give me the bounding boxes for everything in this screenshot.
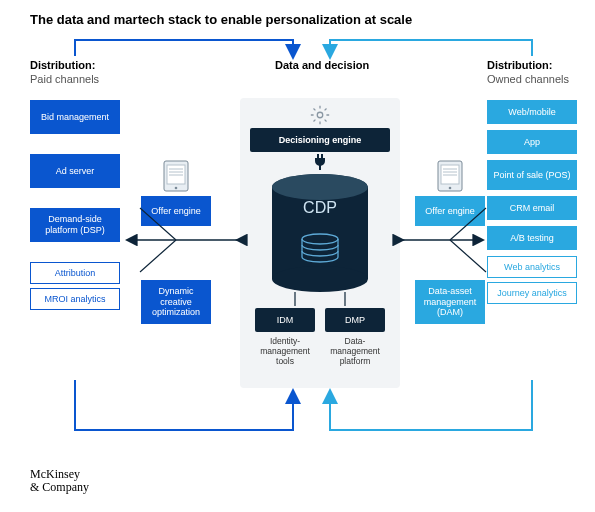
box-dmp: DMP	[325, 308, 385, 332]
box-offer-engine-right: Offer engine	[415, 196, 485, 226]
svg-rect-1	[319, 165, 321, 170]
tablet-icon	[163, 160, 189, 192]
box-web-analytics: Web analytics	[487, 256, 577, 278]
box-dam: Data-asset management (DAM)	[415, 280, 485, 324]
svg-point-5	[272, 174, 368, 200]
svg-point-0	[317, 112, 323, 118]
plug-icon	[313, 154, 327, 170]
dynamic-creative-box: Dynamic creative optimization	[141, 280, 211, 332]
offer-engine-right: Offer engine	[415, 160, 485, 234]
svg-point-4	[272, 266, 368, 292]
center-panel: Decisioning engine CDP IDM Identity-mana…	[240, 98, 400, 388]
diagram-title: The data and martech stack to enable per…	[0, 0, 595, 27]
box-crm: CRM email	[487, 196, 577, 220]
tablet-icon	[437, 160, 463, 192]
box-dsp: Demand-side platform (DSP)	[30, 208, 120, 242]
center-column-header: Data and decision	[275, 58, 369, 72]
box-offer-engine-left: Offer engine	[141, 196, 211, 226]
box-mroi: MROI analytics	[30, 288, 120, 310]
box-journey-analytics: Journey analytics	[487, 282, 577, 304]
box-app: App	[487, 130, 577, 154]
box-pos: Point of sale (POS)	[487, 160, 577, 190]
cdp-cylinder: CDP	[270, 173, 370, 297]
svg-point-15	[449, 187, 452, 190]
svg-line-24	[450, 240, 486, 272]
dmp-caption: Data-management platform	[325, 336, 385, 367]
left-column: Bid management Ad server Demand-side pla…	[30, 80, 120, 318]
box-attribution: Attribution	[30, 262, 120, 284]
svg-line-21	[140, 240, 176, 272]
offer-engine-left: Offer engine	[141, 160, 211, 234]
box-web-mobile: Web/mobile	[487, 100, 577, 124]
cdp-label: CDP	[303, 199, 337, 216]
box-bid-management: Bid management	[30, 100, 120, 134]
box-abtesting: A/B testing	[487, 226, 577, 250]
box-idm: IDM	[255, 308, 315, 332]
idm-caption: Identity-management tools	[255, 336, 315, 367]
gear-icon	[309, 104, 331, 126]
svg-point-9	[175, 187, 178, 190]
box-decisioning-engine: Decisioning engine	[250, 128, 390, 152]
box-ad-server: Ad server	[30, 154, 120, 188]
right-column: Web/mobile App Point of sale (POS) CRM e…	[487, 80, 577, 312]
box-dynamic-creative: Dynamic creative optimization	[141, 280, 211, 324]
mckinsey-logo: McKinsey & Company	[30, 468, 89, 494]
dam-box: Data-asset management (DAM)	[415, 280, 485, 332]
